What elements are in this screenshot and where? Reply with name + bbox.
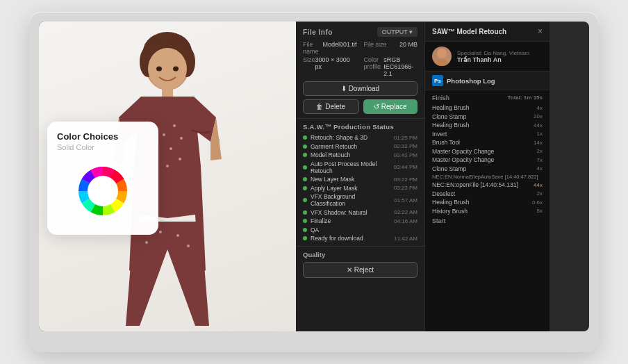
status-row: Auto Post Process Model Retouch 03:44 PM (303, 160, 418, 174)
svg-point-12 (170, 147, 172, 150)
log-start-label: Start (432, 217, 543, 224)
status-row: Retouch: Shape & 3D 01:25 PM (303, 134, 418, 141)
svg-point-5 (156, 67, 162, 72)
svg-point-23 (437, 49, 447, 58)
status-row: New Layer Mask 03:22 PM (303, 176, 418, 183)
status-indicator (303, 186, 307, 190)
log-item: Healing Brush 0.6x (432, 199, 543, 206)
status-row: QA (303, 226, 418, 233)
specialist-info: Specialist: Da Nang, Vietnam Trần Thanh … (457, 50, 529, 63)
status-indicator (303, 165, 307, 169)
svg-point-16 (179, 158, 181, 160)
middle-panel: File Info OUTPUT ▾ File name Model001.ti… (296, 22, 424, 331)
status-row: Apply Layer Mask 03:23 PM (303, 185, 418, 192)
log-item: NEC:EN:openFile [14:40:54.131] 44x (432, 181, 543, 188)
status-indicator (303, 236, 307, 240)
log-item: Healing Brush 4x (432, 104, 543, 111)
log-item: History Brush 8x (432, 208, 543, 215)
log-item: Invert 1x (432, 131, 543, 138)
status-row: Garment Retouch 02:32 PM (303, 143, 418, 150)
specialist-row: Specialist: Da Nang, Vietnam Trần Thanh … (425, 42, 550, 72)
svg-point-17 (213, 137, 220, 144)
file-meta-row: File size 20 MB (364, 41, 418, 55)
svg-point-21 (176, 234, 179, 237)
delete-button[interactable]: 🗑 Delete (303, 99, 359, 114)
status-row: VFX Background Classification 01:57 AM (303, 193, 418, 207)
output-button[interactable]: OUTPUT ▾ (377, 27, 418, 37)
photoshop-icon: Ps (432, 75, 443, 86)
production-section: S.A.W.™ Production Status Retouch: Shape… (296, 119, 424, 247)
svg-point-24 (435, 59, 449, 66)
log-item: Deselect 2x (432, 190, 543, 197)
color-choices-card: Color Choices Solid Color (47, 122, 158, 235)
status-indicator (303, 144, 307, 149)
quality-title: Quality (303, 251, 418, 258)
status-indicator (303, 228, 307, 232)
saw-panel: SAW™ Model Retouch × Specialist: Da Nang… (424, 22, 550, 331)
status-indicator (303, 135, 307, 140)
file-info-label: File Info (303, 28, 333, 36)
quality-section: Quality ✕ Reject (296, 247, 424, 282)
log-finish-label: Finish Total: 1m 15s (432, 94, 543, 101)
status-indicator (303, 177, 307, 181)
saw-header: SAW™ Model Retouch × (425, 22, 550, 42)
log-item: Master Opacity Change 7x (432, 156, 543, 163)
ps-log-title: Photoshop Log (447, 77, 495, 85)
status-indicator (303, 210, 307, 215)
reject-button[interactable]: ✕ Reject (303, 262, 418, 278)
svg-point-13 (180, 137, 183, 140)
status-indicator (303, 153, 307, 157)
specialist-location-label: Specialist: Da Nang, Vietnam (457, 50, 529, 56)
log-item: Brush Tool 14x (432, 139, 543, 146)
svg-point-20 (159, 231, 162, 233)
log-item: Master Opacity Change 2x (432, 148, 543, 155)
color-wheel[interactable] (72, 160, 134, 222)
status-indicator (303, 198, 307, 202)
action-buttons: 🗑 Delete ↺ Replace (303, 99, 418, 114)
file-meta-row: Color profile sRGB IEC61966-2.1 (364, 56, 418, 77)
saw-title: SAW™ Model Retouch (432, 28, 506, 35)
status-row: Model Retouch 03:42 PM (303, 151, 418, 158)
log-item: Healing Brush 44x (432, 122, 543, 129)
status-row: Finalize 04:16 AM (303, 217, 418, 224)
status-list: Retouch: Shape & 3D 01:25 PM Garment Ret… (303, 134, 418, 242)
file-meta-grid: File name Model001.tif File size 20 MB S… (303, 41, 418, 77)
download-button[interactable]: ⬇ Download (303, 81, 418, 96)
svg-point-9 (163, 133, 165, 136)
svg-point-6 (173, 67, 179, 72)
file-meta-row: Size 3000 × 3000 px (303, 56, 357, 77)
log-entry-long: NEC:EN:NormalStepAutoSave [14:40:47.822] (432, 174, 543, 180)
svg-point-4 (148, 48, 187, 90)
svg-point-15 (166, 165, 169, 167)
file-info-section: File Info OUTPUT ▾ File name Model001.ti… (296, 22, 424, 119)
svg-point-22 (187, 245, 190, 247)
svg-point-26 (90, 178, 116, 204)
status-row: VFX Shadow: Natural 02:22 AM (303, 209, 418, 216)
log-item: Clone Stamp 20x (432, 113, 543, 120)
status-indicator (303, 219, 307, 223)
svg-point-10 (173, 124, 176, 127)
avatar (432, 47, 452, 66)
svg-point-19 (145, 241, 148, 244)
color-choices-title: Color Choices (57, 131, 118, 142)
ps-log-header: Ps Photoshop Log (425, 72, 550, 90)
specialist-name: Trần Thanh An (457, 56, 529, 63)
close-icon[interactable]: × (538, 26, 543, 36)
file-meta-row: File name Model001.tif (303, 41, 357, 55)
replace-button[interactable]: ↺ Replace (363, 99, 418, 114)
status-row: Ready for download 11:42 AM (303, 235, 418, 242)
production-title: S.A.W.™ Production Status (303, 123, 418, 131)
color-choices-subtitle: Solid Color (57, 143, 94, 151)
log-section: Finish Total: 1m 15s Healing Brush 4x Cl… (425, 90, 550, 331)
log-item: Clone Stamp 4x (432, 165, 543, 172)
